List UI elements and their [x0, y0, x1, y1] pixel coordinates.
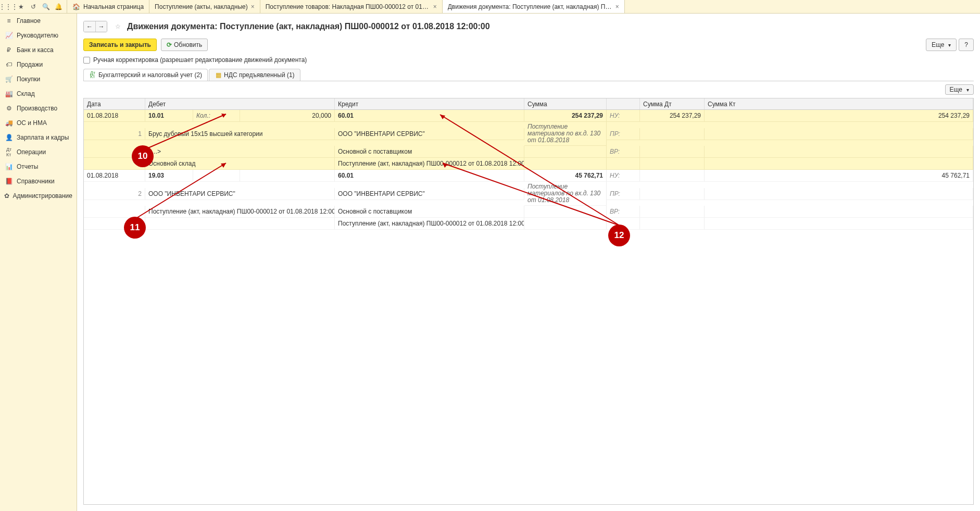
col-sum[interactable]: Сумма	[524, 98, 607, 109]
col-debit[interactable]: Дебет	[145, 98, 335, 109]
cell-sumdt	[640, 170, 705, 182]
history-icon[interactable]: ↺	[27, 1, 40, 13]
manual-correction-row: Ручная корректировка (разрешает редактир…	[77, 54, 980, 66]
tab-2[interactable]: Поступление товаров: Накладная ПШ00-0000…	[260, 0, 443, 13]
write-close-button[interactable]: Записать и закрыть	[83, 39, 157, 51]
cell-credit-extra2: Поступление (акт, накладная) ПШ00-000012…	[335, 158, 524, 170]
subtab-accounting-label: Бухгалтерский и налоговый учет (2)	[98, 71, 202, 79]
close-icon[interactable]: ×	[615, 3, 619, 10]
cell	[524, 158, 607, 170]
bar-chart-icon: 📊	[4, 163, 14, 170]
sidebar-item-refs[interactable]: 📕Справочники	[0, 174, 77, 189]
toolbar: Записать и закрыть ⟳Обновить Еще ?	[77, 35, 980, 54]
home-icon: 🏠	[72, 3, 80, 10]
tab-home-label: Начальная страница	[83, 3, 144, 10]
sidebar-item-warehouse[interactable]: 🏭Склад	[0, 86, 77, 101]
help-label: ?	[964, 41, 968, 48]
sidebar-item-admin[interactable]: ✿Администрирование	[0, 189, 77, 203]
sidebar-item-production[interactable]: ⚙Производство	[0, 101, 77, 116]
subtabs: ДтКт Бухгалтерский и налоговый учет (2) …	[77, 66, 980, 81]
sidebar-item-label: Отчеты	[17, 163, 38, 170]
apps-icon[interactable]: ⋮⋮⋮	[2, 1, 15, 13]
sidebar-item-main[interactable]: ≡Главное	[0, 14, 77, 28]
book-icon: 📕	[4, 178, 14, 185]
close-icon[interactable]: ×	[433, 3, 437, 10]
cell-debit-desc: ООО "ИНВЕНТАРИ СЕРВИС"	[145, 188, 335, 200]
top-bar: ⋮⋮⋮ ★ ↺ 🔍 🔔 🏠 Начальная страница Поступл…	[0, 0, 980, 14]
col-sumkt[interactable]: Сумма Кт	[705, 98, 973, 109]
refresh-button[interactable]: ⟳Обновить	[161, 39, 208, 51]
tab-home[interactable]: 🏠 Начальная страница	[67, 0, 149, 13]
col-tag	[607, 98, 640, 109]
grid[interactable]: Дата Дебет Кредит Сумма Сумма Дт Сумма К…	[83, 98, 974, 505]
sidebar: ≡Главное 📈Руководителю ₽Банк и касса 🏷Пр…	[0, 14, 77, 511]
star-icon[interactable]: ★	[15, 1, 27, 13]
manual-correction-label: Ручная корректировка (разрешает редактир…	[93, 56, 307, 64]
subtab-vat-label: НДС предъявленный (1)	[224, 71, 294, 79]
person-icon: 👤	[4, 134, 14, 141]
cell-qty-label	[193, 170, 240, 182]
cell-sumdt: 254 237,29	[640, 110, 705, 122]
cell-tag: НУ:	[607, 170, 640, 182]
cart-icon: 🛒	[4, 76, 14, 83]
tab-1[interactable]: Поступление (акты, накладные) ×	[149, 0, 260, 13]
cell	[705, 218, 973, 230]
more-button[interactable]: Еще	[926, 39, 957, 51]
nav-buttons: ← →	[83, 21, 107, 32]
subtab-vat[interactable]: ▦ НДС предъявленный (1)	[209, 69, 300, 81]
sidebar-item-label: Операции	[17, 148, 46, 156]
cell-credit-desc: ООО "ИНВЕНТАРИ СЕРВИС"	[335, 128, 524, 140]
cell	[640, 146, 705, 158]
cell	[640, 218, 705, 230]
cell	[84, 146, 145, 158]
cell-sum-desc: Поступление материалов по вх.д. 130 от 0…	[524, 122, 607, 146]
cell	[705, 206, 973, 218]
cell	[84, 158, 145, 170]
cell	[640, 158, 705, 170]
forward-button[interactable]: →	[95, 21, 107, 32]
col-date[interactable]: Дата	[84, 98, 145, 109]
sidebar-item-operations[interactable]: ДтКтОперации	[0, 145, 77, 159]
settings-icon: ✿	[4, 192, 10, 200]
sidebar-item-bank[interactable]: ₽Банк и касса	[0, 43, 77, 57]
tab-2-label: Поступление товаров: Накладная ПШ00-0000…	[266, 3, 430, 10]
sidebar-item-reports[interactable]: 📊Отчеты	[0, 159, 77, 174]
sidebar-item-label: Главное	[17, 17, 41, 24]
bell-icon[interactable]: 🔔	[52, 1, 65, 13]
table-row[interactable]: 01.08.201819.0360.0145 762,71НУ:45 762,7…	[84, 170, 973, 230]
more-label: Еще	[932, 41, 944, 48]
sidebar-item-label: ОС и НМА	[17, 119, 47, 127]
sidebar-item-salary[interactable]: 👤Зарплата и кадры	[0, 130, 77, 145]
favorite-button[interactable]: ☆	[112, 21, 123, 32]
sidebar-item-assets[interactable]: 🚚ОС и НМА	[0, 116, 77, 130]
refresh-icon: ⟳	[167, 41, 172, 48]
manual-correction-checkbox[interactable]	[83, 57, 90, 64]
dtkt-icon: ДтКт	[4, 147, 14, 157]
sidebar-item-sales[interactable]: 🏷Продажи	[0, 57, 77, 72]
grid-header: Дата Дебет Кредит Сумма Сумма Дт Сумма К…	[84, 98, 973, 110]
cell-credit-acc: 60.01	[335, 110, 524, 122]
cell	[705, 158, 973, 170]
write-close-label: Записать и закрыть	[89, 41, 151, 48]
close-icon[interactable]: ×	[251, 3, 255, 10]
help-button[interactable]: ?	[959, 39, 974, 51]
sidebar-item-manager[interactable]: 📈Руководителю	[0, 28, 77, 43]
cell	[640, 188, 705, 200]
back-button[interactable]: ←	[84, 21, 95, 32]
cell	[524, 146, 607, 158]
grid-more-button[interactable]: Еще	[945, 84, 974, 95]
cell-credit-extra: Основной с поставщиком	[335, 206, 524, 218]
cell	[524, 206, 607, 218]
sidebar-item-label: Покупки	[17, 76, 40, 83]
col-sumdt[interactable]: Сумма Дт	[640, 98, 705, 109]
subtab-accounting[interactable]: ДтКт Бухгалтерский и налоговый учет (2)	[83, 69, 208, 81]
tab-3[interactable]: Движения документа: Поступление (акт, на…	[443, 0, 625, 13]
table-row[interactable]: 01.08.201810.01Кол.:20,00060.01254 237,2…	[84, 110, 973, 170]
sidebar-item-purchases[interactable]: 🛒Покупки	[0, 72, 77, 86]
search-icon[interactable]: 🔍	[40, 1, 52, 13]
cell-date: 01.08.2018	[84, 110, 145, 122]
col-credit[interactable]: Кредит	[335, 98, 524, 109]
sidebar-item-label: Склад	[17, 90, 35, 97]
cell-tag: НУ:	[607, 110, 640, 122]
sidebar-item-label: Зарплата и кадры	[17, 134, 69, 141]
